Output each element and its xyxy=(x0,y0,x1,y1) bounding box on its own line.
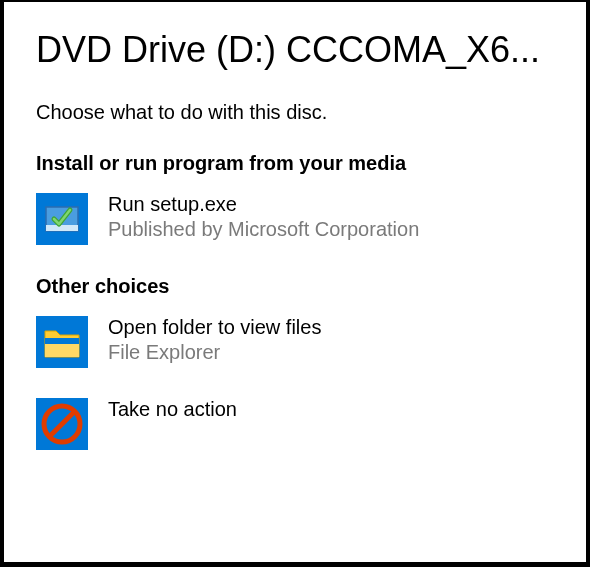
option-subtitle: File Explorer xyxy=(108,341,321,364)
autoplay-dialog: DVD Drive (D:) CCCOMA_X6... Choose what … xyxy=(4,2,586,562)
folder-icon xyxy=(36,316,88,368)
option-text: Open folder to view files File Explorer xyxy=(108,316,321,364)
section-header-install: Install or run program from your media xyxy=(36,152,554,175)
svg-line-5 xyxy=(50,412,74,436)
setup-icon xyxy=(36,193,88,245)
option-no-action[interactable]: Take no action xyxy=(36,398,554,450)
option-title: Open folder to view files xyxy=(108,316,321,339)
option-title: Take no action xyxy=(108,398,237,421)
option-subtitle: Published by Microsoft Corporation xyxy=(108,218,419,241)
option-text: Take no action xyxy=(108,398,237,421)
svg-rect-3 xyxy=(45,338,79,344)
option-run-setup[interactable]: Run setup.exe Published by Microsoft Cor… xyxy=(36,193,554,245)
dialog-subtitle: Choose what to do with this disc. xyxy=(36,101,554,124)
option-text: Run setup.exe Published by Microsoft Cor… xyxy=(108,193,419,241)
section-header-other: Other choices xyxy=(36,275,554,298)
no-action-icon xyxy=(36,398,88,450)
dialog-title: DVD Drive (D:) CCCOMA_X6... xyxy=(36,28,554,71)
option-title: Run setup.exe xyxy=(108,193,419,216)
svg-rect-1 xyxy=(46,225,78,231)
option-open-folder[interactable]: Open folder to view files File Explorer xyxy=(36,316,554,368)
